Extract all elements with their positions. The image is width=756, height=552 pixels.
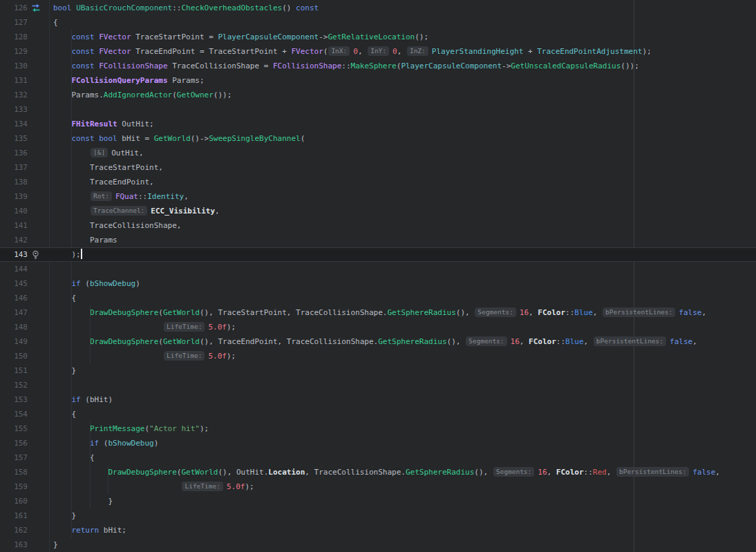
line-number[interactable]: 162 — [0, 523, 28, 537]
inlay-hint[interactable]: InZ: — [407, 46, 428, 56]
inlay-hint[interactable]: InY: — [368, 46, 389, 56]
line-number[interactable]: 154 — [0, 407, 28, 421]
code-editor[interactable]: 126bool UBasicCrouchComponent::CheckOver… — [0, 0, 756, 552]
line-number[interactable]: 130 — [0, 59, 28, 73]
line-number[interactable]: 128 — [0, 30, 28, 44]
code-line-126[interactable]: 126bool UBasicCrouchComponent::CheckOver… — [0, 1, 756, 15]
code-line-133[interactable]: 133 — [0, 102, 756, 117]
code-text[interactable]: return bHit; — [0, 523, 756, 537]
code-text[interactable]: TraceChannel:ECC_Visibility, — [0, 204, 756, 218]
line-number[interactable]: 135 — [0, 131, 28, 146]
line-number[interactable]: 136 — [0, 146, 28, 160]
line-number[interactable]: 152 — [0, 378, 28, 392]
inlay-hint[interactable]: [&] — [91, 148, 108, 158]
inlay-hint[interactable]: Segments: — [493, 467, 534, 477]
code-text[interactable]: if (bHit) — [0, 392, 756, 407]
line-number[interactable]: 131 — [0, 73, 28, 88]
code-line-150[interactable]: 150 LifeTime:5.0f); — [0, 349, 756, 363]
code-text[interactable]: const FVector TraceStartPoint = PlayerCa… — [0, 30, 756, 44]
code-line-132[interactable]: 132 Params.AddIgnoredActor(GetOwner()); — [0, 88, 756, 102]
line-number[interactable]: 145 — [0, 276, 28, 291]
line-number[interactable]: 126 — [0, 1, 28, 15]
code-line-141[interactable]: 141 TraceCollisionShape, — [0, 218, 756, 233]
code-text[interactable]: LifeTime:5.0f); — [0, 349, 756, 363]
code-text[interactable]: const FCollisionShape TraceCollisionShap… — [0, 59, 756, 73]
line-number[interactable]: 163 — [0, 537, 28, 552]
code-line-154[interactable]: 154 { — [0, 407, 756, 421]
code-line-137[interactable]: 137 TraceStartPoint, — [0, 160, 756, 175]
recursion-arrows-icon[interactable] — [31, 3, 41, 13]
code-text[interactable]: Params — [0, 233, 756, 247]
line-number[interactable]: 155 — [0, 421, 28, 436]
line-number[interactable]: 150 — [0, 349, 28, 363]
code-text[interactable]: PrintMessage("Actor hit"); — [0, 421, 756, 436]
line-number[interactable]: 146 — [0, 291, 28, 305]
code-line-139[interactable]: 139 Rot:FQuat::Identity, — [0, 189, 756, 204]
code-text[interactable]: if (bShowDebug) — [0, 276, 756, 291]
line-number[interactable]: 147 — [0, 305, 28, 320]
code-line-146[interactable]: 146 { — [0, 291, 756, 305]
code-line-148[interactable]: 148 LifeTime:5.0f); — [0, 320, 756, 334]
code-text[interactable]: FCollisionQueryParams Params; — [0, 73, 756, 88]
code-line-159[interactable]: 159 LifeTime:5.0f); — [0, 479, 756, 494]
code-text[interactable]: if (bShowDebug) — [0, 436, 756, 450]
line-number[interactable]: 142 — [0, 233, 28, 247]
code-line-142[interactable]: 142 Params — [0, 233, 756, 247]
code-line-144[interactable]: 144 — [0, 262, 756, 276]
code-text[interactable]: LifeTime:5.0f); — [0, 479, 756, 494]
line-number[interactable]: 157 — [0, 450, 28, 465]
code-text[interactable]: bool UBasicCrouchComponent::CheckOverhea… — [0, 1, 756, 15]
inlay-hint[interactable]: bPersistentLines: — [594, 336, 666, 346]
line-number[interactable]: 127 — [0, 15, 28, 30]
inlay-hint[interactable]: Segments: — [466, 336, 507, 346]
code-text[interactable]: TraceEndPoint, — [0, 175, 756, 189]
code-line-136[interactable]: 136 [&]OutHit, — [0, 146, 756, 160]
code-line-153[interactable]: 153 if (bHit) — [0, 392, 756, 407]
code-text[interactable]: { — [0, 291, 756, 305]
code-text[interactable]: [&]OutHit, — [0, 146, 756, 160]
code-text[interactable]: DrawDebugSphere(GetWorld(), OutHit.Locat… — [0, 465, 756, 479]
line-number[interactable]: 138 — [0, 175, 28, 189]
code-line-140[interactable]: 140 TraceChannel:ECC_Visibility, — [0, 204, 756, 218]
line-number[interactable]: 141 — [0, 218, 28, 233]
code-line-160[interactable]: 160 } — [0, 494, 756, 508]
code-line-131[interactable]: 131 FCollisionQueryParams Params; — [0, 73, 756, 88]
code-line-149[interactable]: 149 DrawDebugSphere(GetWorld(), TraceEnd… — [0, 334, 756, 349]
code-line-129[interactable]: 129 const FVector TraceEndPoint = TraceS… — [0, 44, 756, 59]
line-number[interactable]: 148 — [0, 320, 28, 334]
line-number[interactable]: 144 — [0, 262, 28, 276]
code-text[interactable]: Rot:FQuat::Identity, — [0, 189, 756, 204]
inlay-hint[interactable]: InX: — [328, 46, 350, 56]
code-text[interactable]: TraceStartPoint, — [0, 160, 756, 175]
inlay-hint[interactable]: LifeTime: — [164, 351, 205, 361]
code-line-163[interactable]: 163} — [0, 537, 756, 552]
code-line-152[interactable]: 152 — [0, 378, 756, 392]
line-number[interactable]: 151 — [0, 363, 28, 378]
code-line-162[interactable]: 162 return bHit; — [0, 523, 756, 537]
line-number[interactable]: 140 — [0, 204, 28, 218]
line-number[interactable]: 161 — [0, 508, 28, 523]
line-number[interactable]: 159 — [0, 479, 28, 494]
line-number[interactable]: 153 — [0, 392, 28, 407]
code-text[interactable]: ); — [0, 248, 756, 261]
code-text[interactable]: { — [0, 450, 756, 465]
code-text[interactable]: const FVector TraceEndPoint = TraceStart… — [0, 44, 756, 59]
line-number[interactable]: 143 — [0, 248, 28, 261]
inlay-hint[interactable]: bPersistentLines: — [603, 307, 675, 317]
code-line-135[interactable]: 135 const bool bHit = GetWorld()->SweepS… — [0, 131, 756, 146]
inlay-hint[interactable]: Segments: — [475, 307, 516, 317]
inlay-hint[interactable]: Rot: — [91, 191, 112, 201]
code-text[interactable]: } — [0, 508, 756, 523]
code-line-143[interactable]: 143 ); — [0, 247, 756, 262]
code-line-127[interactable]: 127{ — [0, 15, 756, 30]
line-number[interactable]: 139 — [0, 189, 28, 204]
code-line-161[interactable]: 161 } — [0, 508, 756, 523]
code-line-128[interactable]: 128 const FVector TraceStartPoint = Play… — [0, 30, 756, 44]
intention-bulb-icon[interactable] — [31, 250, 41, 260]
code-line-155[interactable]: 155 PrintMessage("Actor hit"); — [0, 421, 756, 436]
code-text[interactable]: DrawDebugSphere(GetWorld(), TraceEndPoin… — [0, 334, 756, 349]
line-number[interactable]: 149 — [0, 334, 28, 349]
code-text[interactable]: } — [0, 363, 756, 378]
code-text[interactable]: } — [0, 537, 756, 552]
code-line-138[interactable]: 138 TraceEndPoint, — [0, 175, 756, 189]
